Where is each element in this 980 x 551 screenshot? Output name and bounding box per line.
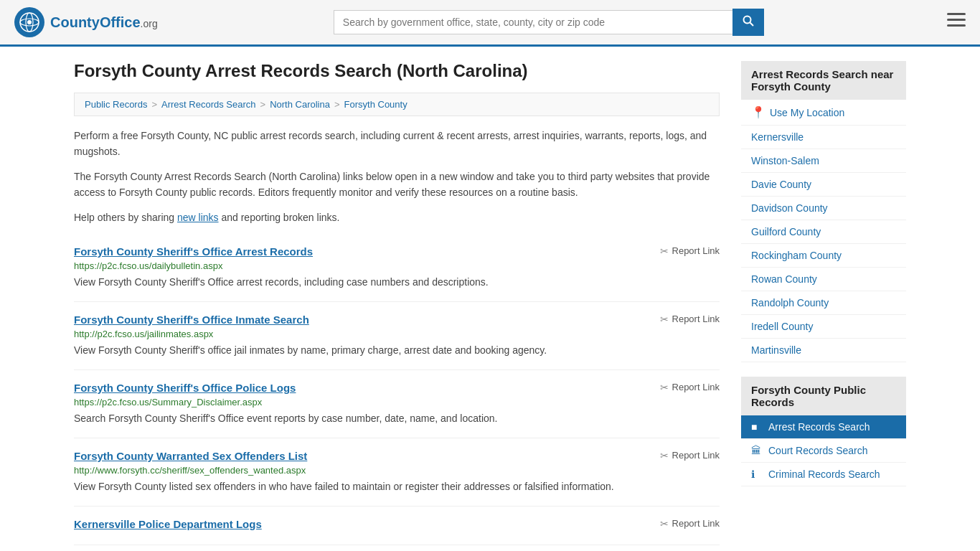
sidebar: Arrest Records Search near Forsyth Count… — [741, 61, 906, 545]
resource-item-4: Forsyth County Warranted Sex Offenders L… — [74, 438, 720, 507]
resource-title-1[interactable]: Forsyth County Sheriff's Office Arrest R… — [74, 245, 313, 258]
report-link-2[interactable]: ✂ Report Link — [660, 314, 720, 325]
report-link-3[interactable]: ✂ Report Link — [660, 382, 720, 393]
resource-title-4[interactable]: Forsyth County Warranted Sex Offenders L… — [74, 450, 307, 462]
sidebar-link-martinsville[interactable]: Martinsville — [741, 339, 906, 362]
sidebar-link-rockingham[interactable]: Rockingham County — [741, 244, 906, 268]
location-pin-icon: 📍 — [751, 105, 765, 119]
sidebar-criminal-records-link[interactable]: ℹ Criminal Records Search — [741, 463, 906, 486]
svg-rect-8 — [947, 24, 966, 27]
logo-icon — [14, 7, 44, 37]
sidebar-public-records-title: Forsyth County Public Records — [741, 377, 906, 415]
logo-area: CountyOffice.org — [14, 7, 158, 37]
svg-rect-7 — [947, 19, 966, 21]
report-icon-4: ✂ — [660, 450, 669, 461]
criminal-records-icon: ℹ — [751, 468, 763, 480]
main-container: Forsyth County Arrest Records Search (No… — [60, 47, 920, 551]
svg-rect-6 — [947, 13, 966, 15]
report-icon-2: ✂ — [660, 314, 669, 325]
court-records-icon: 🏛 — [751, 445, 763, 456]
resource-title-3[interactable]: Forsyth County Sheriff's Office Police L… — [74, 382, 296, 394]
sidebar-link-randolph[interactable]: Randolph County — [741, 291, 906, 315]
menu-icon[interactable] — [947, 13, 966, 32]
sidebar-link-winston-salem[interactable]: Winston-Salem — [741, 149, 906, 173]
breadcrumb-item-county[interactable]: Forsyth County — [344, 99, 407, 110]
breadcrumb-item-public-records[interactable]: Public Records — [85, 99, 147, 110]
report-icon-5: ✂ — [660, 518, 669, 529]
report-icon-3: ✂ — [660, 382, 669, 393]
report-link-1[interactable]: ✂ Report Link — [660, 245, 720, 257]
search-area — [334, 9, 764, 36]
breadcrumb-sep-1: > — [151, 99, 157, 110]
resources-list: Forsyth County Sheriff's Office Arrest R… — [74, 234, 720, 545]
svg-point-3 — [27, 20, 32, 24]
arrest-records-icon: ■ — [751, 421, 763, 433]
page-header: CountyOffice.org — [0, 0, 980, 47]
resource-url-4: http://www.forsyth.cc/sheriff/sex_offend… — [74, 465, 720, 476]
description-3: Help others by sharing new links and rep… — [74, 209, 720, 225]
breadcrumb-item-arrest-records[interactable]: Arrest Records Search — [161, 99, 256, 110]
resource-item-1: Forsyth County Sheriff's Office Arrest R… — [74, 234, 720, 302]
svg-line-5 — [750, 23, 753, 27]
search-button[interactable] — [732, 9, 764, 36]
sidebar-public-records-section: Forsyth County Public Records ■ Arrest R… — [741, 377, 906, 486]
resource-url-3: https://p2c.fcso.us/Summary_Disclaimer.a… — [74, 397, 720, 408]
sidebar-nearby-title: Arrest Records Search near Forsyth Count… — [741, 61, 906, 100]
use-my-location-link[interactable]: 📍 Use My Location — [741, 100, 906, 126]
sidebar-link-kernersville[interactable]: Kernersville — [741, 126, 906, 149]
description-1: Perform a free Forsyth County, NC public… — [74, 128, 720, 160]
resource-desc-2: View Forsyth County Sheriff's office jai… — [74, 343, 720, 358]
description-2: The Forsyth County Arrest Records Search… — [74, 169, 720, 201]
resource-item-3: Forsyth County Sheriff's Office Police L… — [74, 370, 720, 438]
sidebar-link-guilford[interactable]: Guilford County — [741, 220, 906, 244]
resource-url-2: http://p2c.fcso.us/jailinmates.aspx — [74, 329, 720, 339]
resource-item-5: Kernersville Police Department Logs ✂ Re… — [74, 507, 720, 545]
sidebar-nearby-section: Arrest Records Search near Forsyth Count… — [741, 61, 906, 362]
resource-desc-3: Search Forsyth County Sheriff's Office e… — [74, 411, 720, 426]
sidebar-link-davidson[interactable]: Davidson County — [741, 197, 906, 220]
resource-title-5[interactable]: Kernersville Police Department Logs — [74, 518, 262, 530]
breadcrumb-item-state[interactable]: North Carolina — [270, 99, 330, 110]
report-link-5[interactable]: ✂ Report Link — [660, 518, 720, 529]
breadcrumb-sep-2: > — [260, 99, 266, 110]
breadcrumb: Public Records > Arrest Records Search >… — [74, 93, 720, 116]
sidebar-link-iredell[interactable]: Iredell County — [741, 315, 906, 339]
main-content: Forsyth County Arrest Records Search (No… — [74, 61, 720, 545]
page-title: Forsyth County Arrest Records Search (No… — [74, 61, 720, 81]
logo-text: CountyOffice.org — [50, 14, 158, 31]
sidebar-link-rowan[interactable]: Rowan County — [741, 268, 906, 291]
search-input[interactable] — [334, 10, 732, 34]
resource-title-2[interactable]: Forsyth County Sheriff's Office Inmate S… — [74, 314, 309, 326]
resource-desc-1: View Forsyth County Sheriff's Office arr… — [74, 275, 720, 290]
report-link-4[interactable]: ✂ Report Link — [660, 450, 720, 461]
svg-point-4 — [743, 17, 750, 24]
breadcrumb-sep-3: > — [334, 99, 340, 110]
sidebar-arrest-records-link[interactable]: ■ Arrest Records Search — [741, 415, 906, 439]
resource-url-1: https://p2c.fcso.us/dailybulletin.aspx — [74, 260, 720, 271]
resource-item-2: Forsyth County Sheriff's Office Inmate S… — [74, 302, 720, 370]
sidebar-link-davie[interactable]: Davie County — [741, 173, 906, 197]
report-icon-1: ✂ — [660, 245, 669, 257]
sidebar-court-records-link[interactable]: 🏛 Court Records Search — [741, 439, 906, 463]
new-links-link[interactable]: new links — [177, 212, 219, 223]
resource-desc-4: View Forsyth County listed sex offenders… — [74, 479, 720, 494]
